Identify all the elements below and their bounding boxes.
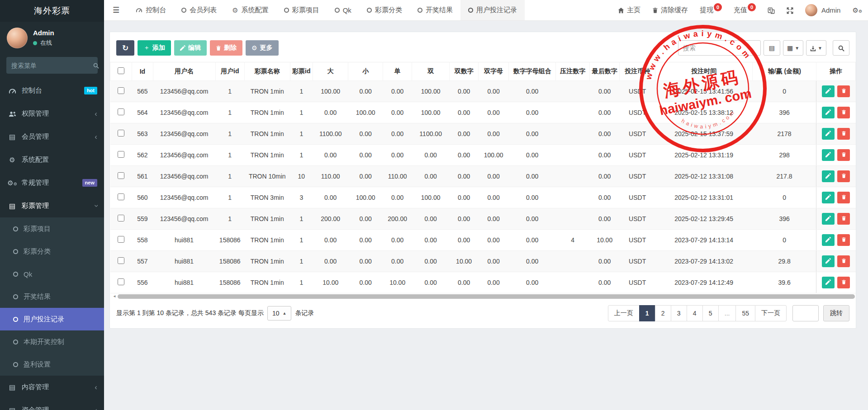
row-checkbox[interactable]: [118, 193, 124, 200]
row-edit-button[interactable]: [822, 213, 835, 225]
row-delete-button[interactable]: [837, 128, 850, 140]
row-edit-button[interactable]: [822, 277, 835, 288]
table-cell: 110.00: [383, 166, 412, 187]
sidebar-item-content[interactable]: ▤ 内容管理 ‹: [0, 376, 104, 399]
sidebar-item-general[interactable]: ⚙⚙ 常规管理 new: [0, 171, 104, 194]
table-cell: 0.00: [508, 251, 556, 272]
row-delete-button[interactable]: [837, 234, 850, 246]
export-button[interactable]: ▼: [806, 40, 826, 56]
add-button[interactable]: ＋添加: [138, 40, 171, 56]
table-cell: TRON 1min: [244, 145, 290, 166]
sidebar-item-profit-settings[interactable]: 盈利设置: [0, 353, 104, 376]
translate-button[interactable]: [762, 0, 781, 20]
select-all-checkbox[interactable]: [118, 67, 124, 74]
sidebar-item-lottery-project[interactable]: 彩票项目: [0, 217, 104, 240]
row-checkbox[interactable]: [118, 108, 124, 115]
row-delete-button[interactable]: [837, 192, 850, 203]
search-button[interactable]: [833, 40, 849, 56]
row-edit-button[interactable]: [822, 85, 835, 97]
row-checkbox[interactable]: [118, 172, 124, 179]
row-edit-button[interactable]: [822, 149, 835, 161]
chevron-left-icon: ‹: [95, 110, 97, 118]
row-checkbox[interactable]: [118, 278, 124, 285]
jump-button[interactable]: 跳转: [823, 305, 849, 321]
row-checkbox[interactable]: [118, 215, 124, 221]
jump-page-input[interactable]: [792, 305, 819, 321]
menu-search-input[interactable]: [11, 62, 93, 69]
row-delete-button[interactable]: [837, 213, 850, 225]
recharge-label: 充值: [734, 6, 747, 14]
sidebar-item-bet-records[interactable]: 用户投注记录: [0, 308, 104, 330]
tab-lottery-project[interactable]: 彩票项目: [276, 0, 327, 20]
clear-cache-link[interactable]: 清除缓存: [646, 0, 694, 20]
horizontal-scrollbar[interactable]: ◄: [110, 293, 856, 299]
scrollbar-thumb[interactable]: [118, 294, 855, 299]
sidebar-toggle-button[interactable]: ☰: [104, 0, 128, 20]
row-delete-button[interactable]: [837, 85, 850, 97]
row-checkbox[interactable]: [118, 151, 124, 158]
page-button[interactable]: 55: [735, 305, 755, 321]
fullscreen-button[interactable]: [781, 0, 799, 20]
row-edit-button[interactable]: [822, 234, 835, 246]
row-delete-button[interactable]: [837, 149, 850, 161]
edit-button[interactable]: 编辑: [174, 40, 207, 56]
row-edit-button[interactable]: [822, 107, 835, 118]
sidebar-item-lottery[interactable]: ▤ 彩票管理 ‹: [0, 194, 104, 217]
scroll-left-arrow-icon[interactable]: ◄: [113, 294, 116, 298]
sidebar-item-dashboard[interactable]: 控制台 hot: [0, 79, 104, 102]
sidebar-item-draw-results[interactable]: 开奖结果: [0, 285, 104, 308]
tab-qk[interactable]: Qk: [327, 0, 359, 20]
refresh-button[interactable]: ↻: [116, 40, 134, 56]
sidebar-item-lottery-category[interactable]: 彩票分类: [0, 240, 104, 263]
next-page-button[interactable]: 下一页: [755, 305, 787, 321]
row-edit-button[interactable]: [822, 192, 835, 203]
row-delete-button[interactable]: [837, 277, 850, 288]
tab-draw-results[interactable]: 开奖结果: [410, 0, 460, 20]
sidebar-item-permissions[interactable]: 权限管理 ‹: [0, 102, 104, 125]
tab-label: 用户投注记录: [476, 6, 517, 14]
prev-page-button[interactable]: 上一页: [608, 305, 640, 321]
sidebar-item-funds[interactable]: ▤ 资金管理 ‹: [0, 399, 104, 410]
columns-button[interactable]: ▦▼: [783, 40, 803, 56]
tab-bet-records[interactable]: 用户投注记录: [460, 0, 525, 20]
row-checkbox[interactable]: [118, 130, 124, 137]
toggle-view-button[interactable]: ▤: [764, 40, 780, 56]
tab-member-list[interactable]: 会员列表: [174, 0, 224, 20]
page-button[interactable]: 2: [655, 305, 671, 321]
table-cell: [556, 208, 589, 230]
tab-dashboard[interactable]: 控制台: [128, 0, 174, 20]
sidebar-item-current-draw-control[interactable]: 本期开奖控制: [0, 330, 104, 353]
page-button[interactable]: 1: [639, 305, 655, 321]
tab-system-config[interactable]: ⚙ 系统配置: [224, 0, 276, 20]
row-checkbox[interactable]: [118, 236, 124, 243]
sidebar-item-qk[interactable]: Qk: [0, 263, 104, 285]
user-menu[interactable]: Admin: [799, 0, 847, 20]
tab-lottery-category[interactable]: 彩票分类: [359, 0, 410, 20]
home-link[interactable]: 主页: [612, 0, 646, 20]
row-delete-button[interactable]: [837, 170, 850, 182]
recharge-link[interactable]: 充值 0: [728, 0, 762, 20]
sidebar-item-members[interactable]: ▤ 会员管理 ‹: [0, 125, 104, 148]
sidebar-item-system-config[interactable]: ⚙ 系统配置: [0, 148, 104, 171]
row-delete-button[interactable]: [837, 107, 850, 118]
withdraw-link[interactable]: 提现 0: [694, 0, 728, 20]
clear-cache-label: 清除缓存: [661, 6, 688, 14]
column-header: 最后数字: [589, 62, 619, 81]
page-button[interactable]: 3: [671, 305, 687, 321]
row-checkbox[interactable]: [118, 87, 124, 94]
delete-button[interactable]: 删除: [210, 40, 242, 56]
table-search-input[interactable]: [678, 40, 761, 56]
more-button[interactable]: ⚙更多: [246, 40, 279, 56]
search-icon[interactable]: [93, 61, 99, 70]
chevron-left-icon: ‹: [95, 406, 97, 410]
page-button[interactable]: 5: [702, 305, 719, 321]
row-delete-button[interactable]: [837, 255, 850, 267]
row-checkbox[interactable]: [118, 257, 124, 264]
page-button[interactable]: 4: [687, 305, 703, 321]
row-edit-button[interactable]: [822, 170, 835, 182]
settings-gears-button[interactable]: ⚙⚙: [846, 0, 868, 20]
page-size-dropdown[interactable]: 10 ▲: [267, 306, 292, 320]
table-cell: 0.00: [479, 102, 508, 123]
row-edit-button[interactable]: [822, 255, 835, 267]
row-edit-button[interactable]: [822, 128, 835, 140]
